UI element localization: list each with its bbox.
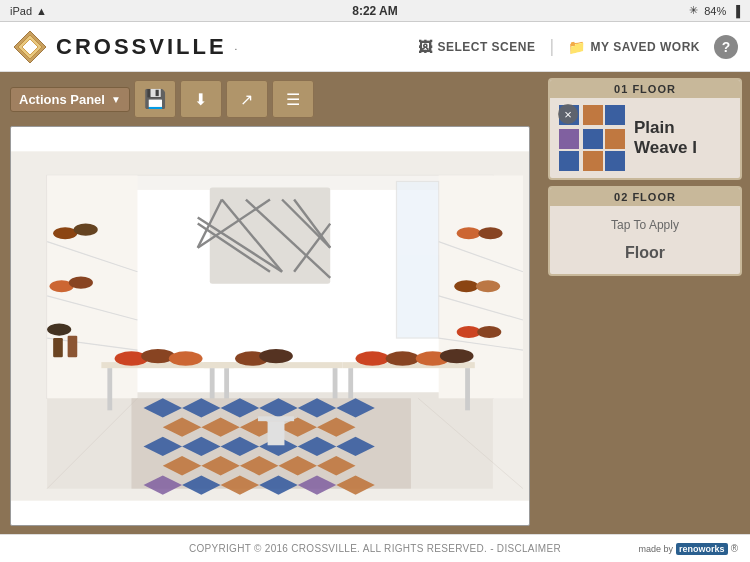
header: CROSSVILLE. 🖼 SELECT SCENE | 📁 MY SAVED …: [0, 22, 750, 72]
floor-2-header: 02 FLOOR: [550, 188, 740, 206]
svg-point-18: [69, 277, 93, 289]
wifi-icon: ▲: [36, 5, 47, 17]
svg-rect-96: [559, 151, 579, 171]
save-button[interactable]: 💾: [134, 80, 176, 118]
svg-rect-91: [583, 105, 603, 125]
scene-container: [10, 126, 530, 526]
floor-1-content: × Plain W: [550, 98, 740, 178]
my-saved-work-label: MY SAVED WORK: [591, 40, 700, 54]
save-icon: 💾: [144, 88, 166, 110]
svg-point-55: [440, 349, 474, 363]
logo-area: CROSSVILLE.: [12, 29, 237, 65]
footer: COPYRIGHT © 2016 CROSSVILLE. ALL RIGHTS …: [0, 534, 750, 562]
scene-icon: 🖼: [418, 39, 433, 55]
scene-image: [11, 127, 529, 525]
saved-icon: 📁: [568, 39, 586, 55]
svg-rect-98: [605, 151, 625, 171]
close-icon: ×: [564, 107, 572, 122]
svg-point-24: [454, 280, 478, 292]
svg-rect-87: [268, 421, 285, 445]
svg-rect-21: [68, 336, 78, 358]
floor-1-header: 01 FLOOR: [550, 80, 740, 98]
copyright-text: COPYRIGHT © 2016 CROSSVILLE. ALL RIGHTS …: [189, 543, 561, 554]
svg-point-52: [356, 351, 390, 365]
svg-point-22: [457, 227, 481, 239]
svg-point-23: [478, 227, 502, 239]
svg-point-27: [477, 326, 501, 338]
battery-percentage: 84%: [704, 5, 726, 17]
select-scene-button[interactable]: 🖼 SELECT SCENE: [408, 33, 546, 61]
svg-rect-39: [107, 368, 112, 410]
actions-panel-dropdown[interactable]: Actions Panel ▼: [10, 87, 130, 112]
floor-2-content: Tap To Apply Floor: [550, 206, 740, 274]
logo-text: CROSSVILLE: [56, 34, 227, 60]
download-icon: ⬇: [194, 90, 207, 109]
list-button[interactable]: ☰: [272, 80, 314, 118]
logo-icon: [12, 29, 48, 65]
svg-rect-94: [583, 129, 603, 149]
header-right: 🖼 SELECT SCENE | 📁 MY SAVED WORK ?: [408, 33, 738, 61]
svg-point-16: [74, 224, 98, 236]
actions-panel-label: Actions Panel: [19, 92, 105, 107]
status-left: iPad ▲: [10, 5, 47, 17]
svg-rect-93: [559, 129, 579, 149]
select-scene-label: SELECT SCENE: [437, 40, 535, 54]
tile-name-1: Plain Weave I: [634, 118, 732, 159]
svg-point-53: [386, 351, 420, 365]
svg-rect-97: [583, 151, 603, 171]
footer-brand: made by renoworks ®: [639, 543, 738, 555]
chevron-down-icon: ▼: [111, 94, 121, 105]
tile-preview-1: ×: [558, 104, 626, 172]
status-time: 8:22 AM: [352, 4, 398, 18]
svg-point-25: [476, 280, 500, 292]
share-button[interactable]: ↗: [226, 80, 268, 118]
tap-to-apply-label: Tap To Apply: [611, 218, 679, 232]
status-bar: iPad ▲ 8:22 AM ✳ 84% ▐: [0, 0, 750, 22]
right-panel: 01 FLOOR ×: [540, 72, 750, 534]
floor-card-1: 01 FLOOR ×: [548, 78, 742, 180]
svg-point-49: [169, 351, 203, 365]
svg-point-51: [259, 349, 293, 363]
header-divider: |: [549, 36, 554, 57]
device-label: iPad: [10, 5, 32, 17]
logo-dot: .: [235, 41, 238, 52]
status-right: ✳ 84% ▐: [689, 4, 740, 17]
svg-rect-95: [605, 129, 625, 149]
svg-point-15: [53, 227, 77, 239]
svg-rect-85: [396, 181, 438, 338]
download-button[interactable]: ⬇: [180, 80, 222, 118]
share-icon: ↗: [240, 90, 253, 109]
svg-rect-20: [53, 338, 63, 357]
floor-card-2[interactable]: 02 FLOOR Tap To Apply Floor: [548, 186, 742, 276]
remove-tile-button[interactable]: ×: [558, 104, 578, 124]
svg-point-19: [47, 324, 71, 336]
my-saved-work-button[interactable]: 📁 MY SAVED WORK: [558, 33, 710, 61]
actions-toolbar: Actions Panel ▼ 💾 ⬇ ↗ ☰: [10, 80, 530, 118]
floor-apply-label: Floor: [625, 244, 665, 262]
brand-logo-icon: ®: [731, 543, 738, 554]
help-button[interactable]: ?: [714, 35, 738, 59]
svg-rect-92: [605, 105, 625, 125]
left-panel: Actions Panel ▼ 💾 ⬇ ↗ ☰: [0, 72, 540, 534]
bluetooth-icon: ✳: [689, 4, 698, 17]
main-area: Actions Panel ▼ 💾 ⬇ ↗ ☰: [0, 72, 750, 534]
svg-rect-46: [465, 368, 470, 410]
svg-point-48: [141, 349, 175, 363]
svg-rect-86: [258, 416, 294, 421]
battery-icon: ▐: [732, 5, 740, 17]
list-icon: ☰: [286, 90, 300, 109]
help-label: ?: [722, 39, 731, 55]
brand-name: renoworks: [676, 543, 728, 555]
made-by-label: made by: [639, 544, 674, 554]
